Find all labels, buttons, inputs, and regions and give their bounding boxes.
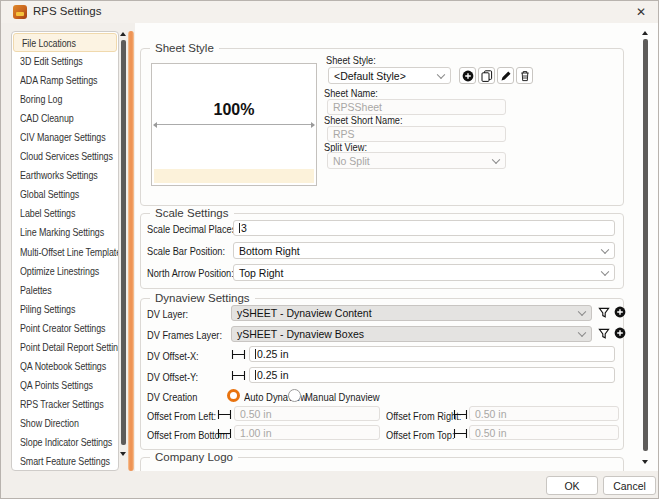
sidebar-item[interactable]: CAD Cleanup — [12, 109, 118, 128]
plus-circle-icon — [462, 70, 474, 82]
manual-dynaview-label: Manual Dynaview — [305, 391, 380, 403]
sidebar-item[interactable]: Smart Feature Settings — [12, 452, 118, 471]
title-bar[interactable]: RPS Settings ✕ — [1, 1, 658, 23]
sidebar-item[interactable]: 3D Edit Settings — [12, 52, 118, 71]
offset-left-value: 0.50 in — [240, 408, 272, 420]
north-arrow-select[interactable]: Top Right — [233, 264, 615, 281]
sidebar-item[interactable]: Optimize Linestrings — [12, 262, 118, 281]
offset-right-label: Offset From Right: — [386, 410, 461, 422]
dv-layer-select[interactable]: ySHEET - Dynaview Content — [231, 305, 592, 321]
dv-offset-y-input[interactable]: 0.25 in — [249, 367, 615, 383]
sidebar-scrollbar-thumb[interactable] — [121, 40, 126, 445]
sidebar-item[interactable]: Label Settings — [12, 204, 118, 223]
dv-frames-filter-button[interactable] — [597, 327, 610, 341]
text-caret — [255, 349, 256, 359]
preview-zoom-label: 100% — [152, 101, 316, 119]
dv-frames-layer-value: ySHEET - Dynaview Boxes — [237, 328, 364, 340]
dv-offset-x-input[interactable]: 0.25 in — [249, 346, 615, 362]
sidebar-item[interactable]: Slope Indicator Settings — [12, 433, 118, 452]
sidebar-item[interactable]: Global Settings — [12, 185, 118, 204]
cancel-button[interactable]: Cancel — [603, 476, 656, 495]
group-legend: Scale Settings — [150, 207, 234, 219]
offset-top-input: 0.50 in — [469, 425, 619, 440]
sheet-short-name-field: RPS — [327, 126, 506, 142]
scale-bar-label: Scale Bar Position: — [147, 245, 225, 257]
arrow-left-icon — [153, 122, 157, 128]
copy-style-button[interactable] — [478, 67, 495, 84]
sidebar-item[interactable]: RPS Tracker Settings — [12, 395, 118, 414]
offset-top-label: Offset From Top: — [386, 429, 454, 441]
edit-style-button[interactable] — [497, 67, 514, 84]
dv-layer-add-button[interactable] — [613, 305, 627, 319]
offset-left-label: Offset From Left: — [147, 410, 216, 422]
arrow-right-icon — [311, 122, 315, 128]
scroll-up-icon[interactable] — [642, 31, 648, 35]
scroll-up-icon[interactable] — [120, 32, 126, 36]
main-scrollbar-thumb[interactable] — [643, 39, 648, 451]
text-caret — [239, 223, 240, 233]
chevron-down-icon — [492, 155, 500, 163]
offset-top-value: 0.50 in — [475, 427, 507, 439]
panel-splitter[interactable] — [128, 31, 134, 471]
chevron-down-icon — [601, 245, 609, 253]
sidebar-item[interactable]: File Locations — [13, 33, 117, 52]
dv-offset-x-value: 0.25 in — [257, 348, 289, 360]
sheet-style-select[interactable]: <Default Style> — [328, 67, 451, 84]
north-arrow-label: North Arrow Position: — [147, 267, 234, 279]
dv-layer-filter-button[interactable] — [597, 306, 610, 320]
close-icon[interactable]: ✕ — [632, 4, 650, 20]
sidebar-item[interactable]: Cloud Services Settings — [12, 147, 118, 166]
sidebar-item[interactable]: QA Points Settings — [12, 376, 118, 395]
measure-width-icon — [453, 408, 468, 420]
sidebar-item[interactable]: Multi-Offset Line Templates — [12, 243, 118, 262]
sidebar-item[interactable]: Line Marking Settings — [12, 223, 118, 242]
sidebar-item[interactable]: Show Direction — [12, 414, 118, 433]
sidebar-item[interactable]: Piling Settings — [12, 300, 118, 319]
measure-width-icon — [231, 369, 246, 381]
dv-offset-y-label: DV Offset-Y: — [147, 371, 198, 383]
sidebar-item[interactable]: QA Notebook Settings — [12, 357, 118, 376]
measure-width-icon — [453, 427, 468, 439]
app-icon — [13, 5, 27, 19]
plus-circle-icon — [614, 327, 626, 339]
dv-frames-layer-label: DV Frames Layer: — [147, 329, 222, 341]
sheet-style-value: <Default Style> — [334, 70, 406, 82]
ok-button[interactable]: OK — [546, 476, 598, 495]
delete-style-button[interactable] — [516, 67, 533, 84]
offset-bottom-input: 1.00 in — [234, 425, 380, 440]
preview-footer-strip — [154, 169, 314, 183]
dv-frames-add-button[interactable] — [613, 326, 627, 340]
main-scrollbar[interactable] — [642, 31, 649, 471]
group-legend: Dynaview Settings — [150, 292, 255, 304]
scale-bar-select[interactable]: Bottom Right — [233, 242, 615, 259]
sidebar-item[interactable]: Palettes — [12, 281, 118, 300]
auto-dynaview-radio[interactable] — [227, 389, 240, 402]
dv-frames-layer-select[interactable]: ySHEET - Dynaview Boxes — [231, 326, 592, 342]
sidebar-item[interactable]: Earthworks Settings — [12, 166, 118, 185]
scroll-down-icon[interactable] — [120, 452, 126, 456]
dv-offset-x-label: DV Offset-X: — [147, 350, 199, 362]
measure-width-icon — [217, 408, 232, 420]
plus-circle-icon — [614, 306, 626, 318]
chevron-down-icon — [578, 308, 586, 316]
dialog-footer: OK Cancel — [1, 471, 658, 499]
offset-right-input: 0.50 in — [469, 406, 619, 421]
scale-decimal-label: Scale Decimal Places: — [147, 223, 239, 235]
sidebar-scrollbar[interactable] — [120, 32, 127, 458]
sidebar-item[interactable]: Boring Log — [12, 90, 118, 109]
chevron-down-icon — [578, 329, 586, 337]
add-style-button[interactable] — [459, 67, 476, 84]
pencil-icon — [500, 70, 512, 82]
sidebar-item[interactable]: Point Creator Settings — [12, 319, 118, 338]
offset-left-input: 0.50 in — [234, 406, 380, 421]
scale-decimal-value: 3 — [241, 222, 247, 234]
trash-icon — [519, 70, 531, 82]
sheet-name-label: Sheet Name: — [324, 87, 378, 99]
sidebar-item[interactable]: ADA Ramp Settings — [12, 71, 118, 90]
sidebar-item[interactable]: CIV Manager Settings — [12, 128, 118, 147]
sidebar-item[interactable]: Point Detail Report Settings — [12, 338, 118, 357]
manual-dynaview-radio[interactable] — [288, 389, 301, 402]
chevron-down-icon — [601, 267, 609, 275]
scroll-down-icon[interactable] — [642, 460, 648, 464]
scale-decimal-input[interactable]: 3 — [233, 220, 615, 236]
